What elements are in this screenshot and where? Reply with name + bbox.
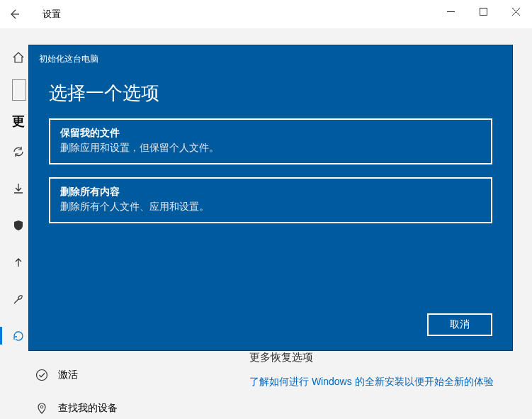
sidebar-icon-recovery[interactable] [0, 320, 28, 352]
sidebar-icon-sync[interactable] [12, 145, 25, 161]
window-title: 设置 [43, 8, 61, 21]
search-box[interactable] [12, 79, 26, 101]
cancel-button-label: 取消 [450, 318, 470, 331]
svg-rect-0 [480, 8, 487, 15]
option-remove-everything[interactable]: 删除所有内容 删除所有个人文件、应用和设置。 [49, 177, 492, 223]
option-title: 保留我的文件 [60, 127, 481, 140]
download-icon [12, 182, 25, 195]
back-button[interactable] [0, 0, 28, 28]
reset-pc-dialog: 初始化这台电脑 选择一个选项 保留我的文件 删除应用和设置，但保留个人文件。 删… [28, 45, 513, 351]
sidebar-section-header: 更 [12, 113, 25, 130]
option-keep-files[interactable]: 保留我的文件 删除应用和设置，但保留个人文件。 [49, 118, 492, 164]
dialog-small-title: 初始化这台电脑 [29, 45, 512, 65]
maximize-icon [480, 8, 487, 16]
svg-point-2 [40, 406, 43, 408]
sidebar-icon-backup[interactable] [12, 256, 25, 272]
home-icon [12, 51, 25, 64]
sidebar-item-label: 激活 [58, 369, 78, 381]
section-heading: 更多恢复选项 [249, 351, 313, 364]
option-desc: 删除所有个人文件、应用和设置。 [60, 201, 481, 213]
title-controls [434, 0, 532, 23]
checkmark-icon [35, 369, 48, 381]
arrow-up-icon [12, 256, 25, 269]
cancel-button[interactable]: 取消 [427, 313, 492, 336]
back-arrow-icon [9, 9, 20, 20]
option-title: 删除所有内容 [60, 186, 481, 199]
fresh-install-link[interactable]: 了解如何进行 Windows 的全新安装以便开始全新的体验 [249, 376, 494, 389]
dialog-heading: 选择一个选项 [29, 65, 512, 118]
recovery-icon [12, 330, 25, 342]
sidebar-icon-security[interactable] [12, 219, 25, 235]
titlebar: 设置 [0, 0, 532, 28]
minimize-button[interactable] [434, 0, 467, 23]
sidebar-icon-delivery[interactable] [12, 182, 25, 198]
sidebar-icon-troubleshoot[interactable] [12, 293, 25, 308]
location-icon [35, 402, 48, 415]
sync-icon [12, 145, 25, 158]
wrench-icon [12, 293, 25, 306]
close-button[interactable] [499, 0, 532, 23]
svg-point-1 [37, 370, 47, 381]
home-icon-row[interactable] [12, 51, 25, 67]
maximize-button[interactable] [467, 0, 499, 23]
sidebar-item-label: 查找我的设备 [58, 402, 118, 415]
close-icon [512, 8, 520, 16]
sidebar-item-activation[interactable]: 激活 [35, 369, 78, 381]
minimize-icon [447, 8, 455, 16]
shield-icon [12, 219, 25, 232]
sidebar-item-find-device[interactable]: 查找我的设备 [35, 402, 118, 415]
option-desc: 删除应用和设置，但保留个人文件。 [60, 142, 481, 155]
